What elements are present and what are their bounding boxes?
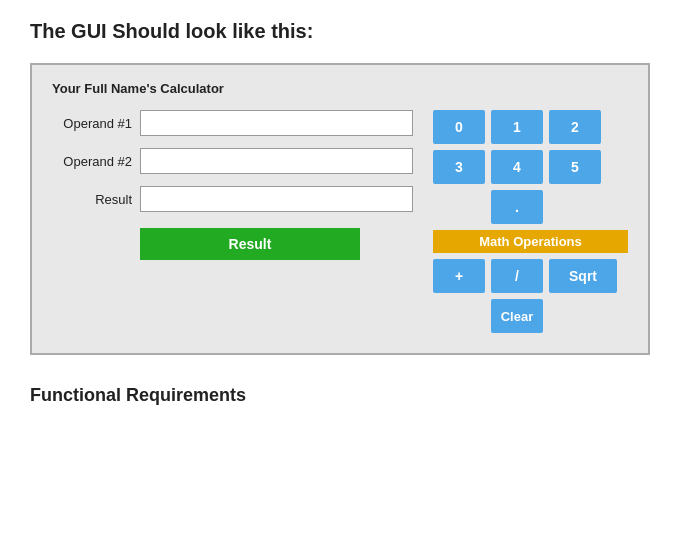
operand2-input[interactable]: [140, 148, 413, 174]
num-row-mid: 3 4 5: [433, 150, 628, 184]
num-row-top: 0 1 2: [433, 110, 628, 144]
clear-row: Clear: [433, 299, 628, 333]
math-ops-label: Math Operations: [433, 230, 628, 253]
btn-plus[interactable]: +: [433, 259, 485, 293]
operand2-row: Operand #2: [52, 148, 413, 174]
calculator-panel: Your Full Name's Calculator Operand #1 O…: [30, 63, 650, 355]
btn-2[interactable]: 2: [549, 110, 601, 144]
calc-left: Operand #1 Operand #2 Result Result: [52, 110, 413, 333]
functional-requirements-title: Functional Requirements: [30, 385, 670, 406]
btn-dot[interactable]: .: [491, 190, 543, 224]
result-row: Result: [52, 186, 413, 212]
result-input[interactable]: [140, 186, 413, 212]
btn-div[interactable]: /: [491, 259, 543, 293]
btn-0[interactable]: 0: [433, 110, 485, 144]
ops-row: + / Sqrt: [433, 259, 628, 293]
result-button[interactable]: Result: [140, 228, 360, 260]
page-title: The GUI Should look like this:: [30, 20, 670, 43]
num-row-dot: .: [433, 190, 628, 224]
calc-right: 0 1 2 3 4 5 . Math Operations +: [433, 110, 628, 333]
btn-sqrt[interactable]: Sqrt: [549, 259, 617, 293]
calc-body: Operand #1 Operand #2 Result Result 0: [52, 110, 628, 333]
btn-5[interactable]: 5: [549, 150, 601, 184]
operand1-row: Operand #1: [52, 110, 413, 136]
calc-header: Your Full Name's Calculator: [52, 81, 628, 96]
operand1-input[interactable]: [140, 110, 413, 136]
btn-1[interactable]: 1: [491, 110, 543, 144]
result-label: Result: [52, 192, 132, 207]
btn-3[interactable]: 3: [433, 150, 485, 184]
btn-4[interactable]: 4: [491, 150, 543, 184]
operand1-label: Operand #1: [52, 116, 132, 131]
operand2-label: Operand #2: [52, 154, 132, 169]
clear-button[interactable]: Clear: [491, 299, 543, 333]
